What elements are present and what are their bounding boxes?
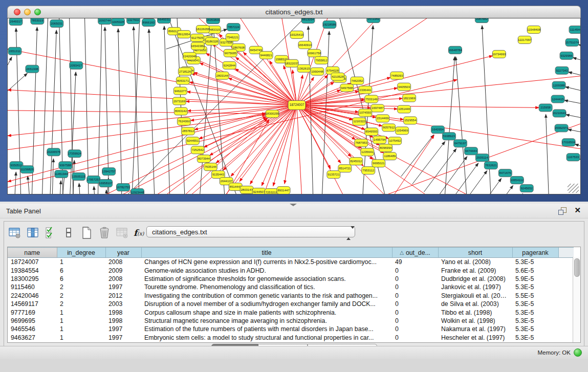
- table-row[interactable]: 1938455462009Genome-wide association stu…: [8, 266, 574, 274]
- graph-node[interactable]: 1821969: [403, 94, 416, 102]
- table-cell[interactable]: 6: [57, 275, 105, 283]
- table-cell[interactable]: Genome-wide association studies in ADHD.: [141, 266, 392, 274]
- graph-node[interactable]: 18226058: [196, 25, 210, 33]
- graph-node[interactable]: 9405503: [398, 83, 411, 91]
- vertical-scrollbar[interactable]: [573, 257, 580, 342]
- table-cell[interactable]: 5.6E-5: [512, 266, 558, 274]
- graph-node[interactable]: 8053171: [176, 77, 189, 84]
- table-row[interactable]: 946362711997Embryonic stem cells: a mode…: [8, 334, 574, 342]
- table-cell[interactable]: 2: [57, 292, 105, 300]
- graph-node[interactable]: 16958107: [99, 180, 113, 187]
- graph-node[interactable]: 215958: [539, 104, 552, 112]
- table-cell[interactable]: 14569117: [8, 300, 57, 308]
- table-cell[interactable]: Dudbridge et al. (2008): [438, 275, 512, 283]
- table-cell[interactable]: 1997: [105, 334, 141, 342]
- graph-node[interactable]: 1209388: [552, 81, 565, 89]
- graph-node[interactable]: 8471676: [498, 169, 512, 177]
- graph-node[interactable]: 5938923: [442, 133, 455, 140]
- graph-node[interactable]: 19325419: [290, 31, 304, 38]
- table-cell[interactable]: 1: [57, 325, 105, 333]
- graph-node[interactable]: 2087682: [475, 18, 488, 23]
- memory-status[interactable]: Memory: OK: [537, 348, 582, 357]
- table-cell[interactable]: 1997: [105, 283, 141, 291]
- graph-node[interactable]: 1216322: [353, 118, 366, 125]
- table-cell[interactable]: Tibbo et al. (1998): [438, 308, 512, 316]
- table-cell[interactable]: 1998: [105, 308, 141, 316]
- graph-node[interactable]: 2973169: [172, 97, 186, 105]
- graph-node[interactable]: 1514469: [376, 115, 389, 122]
- graph-node[interactable]: 9244551: [186, 137, 199, 145]
- graph-node[interactable]: 22420046: [183, 52, 197, 60]
- close-icon[interactable]: ✕: [574, 206, 581, 214]
- graph-node[interactable]: 8063142: [174, 107, 187, 115]
- table-row[interactable]: 1872400712008Changes of HCN gene express…: [8, 258, 574, 267]
- table-cell[interactable]: 0: [392, 266, 438, 274]
- table-cell[interactable]: 5.5E-5: [512, 292, 558, 300]
- graph-node[interactable]: 11548408: [527, 26, 541, 33]
- table-cell[interactable]: Structural magnetic resonance image aver…: [141, 317, 392, 325]
- graph-node[interactable]: 16640910: [298, 41, 312, 49]
- graph-node[interactable]: 2651311: [8, 47, 21, 55]
- graph-node[interactable]: 16543382: [191, 42, 205, 50]
- table-cell[interactable]: Yano et al. (2008): [438, 258, 512, 267]
- graph-node[interactable]: 8245012: [350, 158, 363, 165]
- graph-node[interactable]: 9127505: [190, 34, 204, 41]
- table-cell[interactable]: Embryonic stem cells: a model to study s…: [141, 334, 392, 342]
- graph-node[interactable]: 9397588: [59, 162, 72, 169]
- show-columns-icon[interactable]: [25, 226, 40, 240]
- table-cell[interactable]: 19384554: [8, 266, 57, 274]
- graph-node[interactable]: 1572341: [367, 18, 380, 23]
- graph-node[interactable]: 13942757: [102, 168, 116, 176]
- table-cell[interactable]: 2008: [105, 258, 141, 267]
- table-select-dropdown[interactable]: citations_edges.txt: [146, 226, 355, 237]
- table-cell[interactable]: 5.3E-5: [512, 258, 558, 267]
- graph-node[interactable]: 2651308: [26, 65, 39, 73]
- scrollbar-thumb[interactable]: [574, 258, 580, 277]
- table-row[interactable]: 946554611997Estimation of the future num…: [8, 325, 574, 333]
- graph-node[interactable]: 1075492: [388, 137, 402, 145]
- table-cell[interactable]: 0: [392, 308, 438, 316]
- table-cell[interactable]: 9463627: [8, 334, 57, 342]
- table-cell[interactable]: 0: [392, 283, 438, 291]
- column-header-title[interactable]: title: [141, 248, 392, 258]
- graph-node[interactable]: 2857812: [181, 127, 194, 135]
- column-header-out_de[interactable]: △out_de...: [392, 248, 438, 258]
- table-cell[interactable]: Jankovic et al. (1997): [438, 283, 512, 291]
- table-cell[interactable]: 9115460: [8, 283, 57, 291]
- graph-node[interactable]: 1186489: [383, 152, 397, 160]
- graph-node[interactable]: 9695021: [372, 160, 385, 167]
- column-header-in_degree[interactable]: in_degree: [57, 248, 105, 258]
- table-row[interactable]: 2242004622012Investigating the contribut…: [8, 292, 574, 300]
- graph-node[interactable]: 16961758: [308, 49, 321, 57]
- graph-node[interactable]: 1005328: [112, 18, 125, 26]
- table-row[interactable]: 977716911998Corpus callosum shape and si…: [8, 308, 574, 316]
- graph-node[interactable]: 13505115: [72, 173, 86, 181]
- column-header-short[interactable]: short: [438, 248, 512, 258]
- graph-node[interactable]: 16210643: [553, 110, 567, 117]
- graph-node[interactable]: 6479197: [453, 140, 467, 147]
- select-columns-icon[interactable]: [43, 226, 58, 240]
- network-view-canvas[interactable]: 2649317785301920650312093744100532813276…: [7, 18, 581, 194]
- table-row[interactable]: 1456911722003Disruption of a novel membe…: [8, 300, 574, 308]
- graph-node[interactable]: 8912954: [177, 30, 190, 38]
- graph-node[interactable]: 7853019: [31, 18, 44, 24]
- graph-node[interactable]: 18724007: [288, 101, 306, 110]
- graph-node[interactable]: 18322037: [285, 59, 299, 67]
- table-cell[interactable]: 1: [57, 317, 105, 325]
- graph-node[interactable]: 2935114: [475, 154, 489, 162]
- graph-node[interactable]: 7632621: [484, 162, 497, 169]
- split-pane-handle[interactable]: [290, 204, 297, 206]
- graph-node[interactable]: 9227343: [555, 67, 569, 74]
- graph-node[interactable]: 1990448: [311, 68, 324, 75]
- graph-node[interactable]: 1114544: [569, 26, 580, 33]
- table-cell[interactable]: 1997: [105, 325, 141, 333]
- graph-node[interactable]: 9245652: [520, 185, 533, 192]
- graph-node[interactable]: 8931447: [277, 187, 290, 194]
- table-cell[interactable]: 5.3E-5: [512, 308, 558, 316]
- row-view-icon[interactable]: [61, 226, 76, 240]
- table-cell[interactable]: 2003: [105, 300, 141, 308]
- table-cell[interactable]: 18724007: [8, 258, 57, 267]
- table-row[interactable]: 911546021997Tourette syndrome. Phenomeno…: [8, 283, 574, 291]
- table-cell[interactable]: Estimation of significance thresholds fo…: [141, 275, 392, 283]
- graph-node[interactable]: 11451944: [55, 170, 69, 178]
